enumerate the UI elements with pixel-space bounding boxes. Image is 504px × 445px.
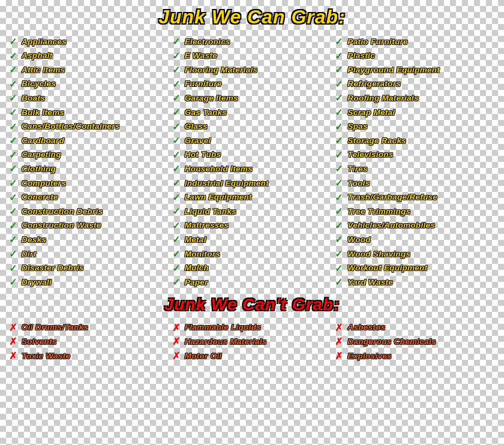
main-container: Junk We Can Grab: ✓Appliances✓Asphalt✓At…: [9, 6, 495, 362]
item-label: Industrial Equipment: [185, 178, 269, 189]
item-label: Computers: [22, 178, 66, 189]
checkmark-icon: ✓: [9, 78, 19, 91]
checkmark-icon: ✓: [9, 149, 19, 162]
list-item: ✗Asbestos: [335, 321, 495, 335]
item-label: Wood Shavings: [347, 249, 410, 260]
checkmark-icon: ✓: [172, 106, 182, 119]
checkmark-icon: ✓: [335, 92, 344, 105]
list-item: ✓Carpeting: [9, 149, 169, 162]
item-label: Motor Oil: [185, 351, 222, 362]
list-item: ✓Cardboard: [9, 134, 169, 148]
checkmark-icon: ✓: [9, 177, 19, 190]
item-label: Clothing: [22, 164, 56, 175]
checkmark-icon: ✓: [172, 191, 182, 205]
list-item: ✓Glass: [172, 121, 332, 134]
checkmark-icon: ✓: [335, 276, 344, 289]
item-label: Roofing Materials: [347, 93, 418, 104]
item-label: Construction Debris: [22, 206, 103, 217]
checkmark-icon: ✓: [335, 262, 344, 275]
list-item: ✓Desks: [9, 233, 169, 246]
checkmark-icon: ✓: [335, 191, 344, 205]
checkmark-icon: ✓: [335, 134, 344, 148]
x-icon: ✗: [335, 350, 344, 363]
item-label: Cans/Bottles/Containers: [22, 121, 120, 132]
x-icon: ✗: [9, 335, 19, 348]
item-label: Playground Equipment: [347, 65, 440, 76]
list-item: ✓Tree Trimmings: [335, 205, 495, 218]
checkmark-icon: ✓: [335, 177, 344, 190]
x-icon: ✗: [172, 350, 182, 363]
checkmark-icon: ✓: [335, 106, 344, 119]
item-label: Bicycles: [22, 79, 56, 89]
item-label: Boats: [22, 93, 45, 104]
list-item: ✓Cans/Bottles/Containers: [9, 121, 169, 134]
checkmark-icon: ✓: [172, 92, 182, 105]
item-label: Televisions: [347, 149, 393, 160]
list-item: ✓Appliances: [9, 35, 169, 49]
list-item: ✓Vehicles/Automobiles: [335, 220, 495, 233]
checkmark-icon: ✓: [172, 177, 182, 190]
item-label: Desks: [22, 234, 46, 245]
item-label: Refrigerators: [347, 79, 401, 89]
checkmark-icon: ✓: [9, 134, 19, 148]
item-label: Gas Tanks: [185, 107, 227, 118]
list-item: ✓Attic Items: [9, 64, 169, 77]
item-label: Electronics: [185, 37, 230, 47]
item-label: Mulch: [185, 263, 209, 273]
x-icon: ✗: [172, 335, 182, 348]
checkmark-icon: ✓: [172, 205, 182, 218]
item-label: Monitors: [185, 249, 220, 260]
can-grab-column-3: ✓Patio Furniture✓Plastic✓Playground Equi…: [335, 35, 495, 289]
item-label: Household Items: [185, 164, 253, 175]
list-item: ✓Drywall: [9, 276, 169, 289]
checkmark-icon: ✓: [172, 134, 182, 148]
list-item: ✓Computers: [9, 177, 169, 190]
list-item: ✓Storage Racks: [335, 134, 495, 148]
list-item: ✗Motor Oil: [172, 350, 332, 363]
item-label: Solvents: [22, 336, 57, 347]
list-item: ✓Electronics: [172, 35, 332, 49]
checkmark-icon: ✓: [9, 205, 19, 218]
item-label: Appliances: [22, 37, 67, 47]
checkmark-icon: ✓: [335, 64, 344, 77]
checkmark-icon: ✓: [9, 248, 19, 261]
item-label: Bulk Items: [22, 107, 64, 118]
list-item: ✓Industrial Equipment: [172, 177, 332, 190]
checkmark-icon: ✓: [172, 50, 182, 63]
item-label: Wood: [347, 234, 370, 245]
item-label: Mattresses: [185, 220, 229, 231]
item-label: Construction Waste: [22, 220, 101, 231]
x-icon: ✗: [335, 335, 344, 348]
list-item: ✓Scrap Metal: [335, 106, 495, 119]
checkmark-icon: ✓: [172, 35, 182, 49]
list-item: ✓Metal: [172, 233, 332, 246]
item-label: Flooring Materials: [185, 65, 258, 76]
list-item: ✓Roofing Materials: [335, 92, 495, 105]
list-item: ✗Solvents: [9, 335, 169, 348]
item-label: Asbestos: [347, 322, 385, 333]
list-item: ✓Mulch: [172, 262, 332, 275]
cant-grab-column-1: ✗Oil Drums/Tanks✗Solvents✗Toxic Waste: [9, 321, 169, 363]
list-item: ✓Monitors: [172, 248, 332, 261]
item-label: Tools: [347, 178, 370, 189]
checkmark-icon: ✓: [9, 92, 19, 105]
checkmark-icon: ✓: [172, 78, 182, 91]
item-label: Concrete: [22, 192, 58, 203]
list-item: ✓Hot Tubs: [172, 149, 332, 162]
list-item: ✓Gravel: [172, 134, 332, 148]
item-label: Trash/Garbage/Refuse: [347, 192, 437, 203]
list-item: ✗Toxic Waste: [9, 350, 169, 363]
item-label: Cardboard: [22, 136, 64, 146]
cant-grab-title: Junk We Can't Grab:: [9, 295, 495, 314]
checkmark-icon: ✓: [172, 149, 182, 162]
list-item: ✓Tires: [335, 163, 495, 176]
list-item: ✓Paper: [172, 276, 332, 289]
list-item: ✗Dangerous Chemicals: [335, 335, 495, 348]
list-item: ✓Refrigerators: [335, 78, 495, 91]
list-item: ✗Explosives: [335, 350, 495, 363]
checkmark-icon: ✓: [335, 35, 344, 49]
can-grab-columns: ✓Appliances✓Asphalt✓Attic Items✓Bicycles…: [9, 35, 495, 289]
checkmark-icon: ✓: [9, 276, 19, 289]
list-item: ✓Construction Debris: [9, 205, 169, 218]
item-label: Oil Drums/Tanks: [22, 322, 88, 333]
